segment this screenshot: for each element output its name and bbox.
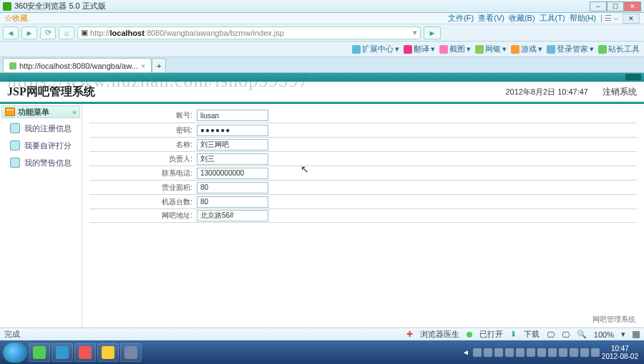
window-close2-button[interactable]: ✕: [623, 14, 640, 24]
nav-fwd-button[interactable]: ►: [21, 27, 37, 39]
taskbar-app[interactable]: [120, 343, 142, 362]
collapse-icon[interactable]: «: [72, 107, 77, 116]
tray-icon[interactable]: [527, 348, 535, 357]
form-label: 账号:: [89, 110, 197, 120]
sidebar-item-label: 我的警告信息: [24, 158, 72, 168]
main-panel: 账号: liusan 密码: ●●●●●● 名称: 刘三网吧 负责人: 刘三 联…: [82, 104, 644, 327]
browser-icon: [3, 2, 11, 11]
menu-tools[interactable]: 工具(T): [540, 13, 565, 24]
form-label: 营业面积:: [89, 183, 197, 193]
status-open: 已打开: [479, 329, 503, 340]
page-footnote: 网吧管理系统: [592, 315, 635, 325]
page-viewport: https://www.huzhan.com/ishop39397 JSP网吧管…: [0, 73, 644, 327]
tab-new-button[interactable]: +: [152, 58, 166, 72]
tool-game[interactable]: 游戏 ▾: [511, 44, 542, 54]
url-protocol: http://: [90, 29, 110, 37]
tray-icon[interactable]: [548, 348, 557, 357]
browser-tabstrip: http://localhost:8080/wangba/aw... × +: [0, 57, 644, 73]
taskbar-app[interactable]: [52, 343, 73, 362]
form-label: 名称:: [89, 140, 197, 150]
tray-icon[interactable]: [484, 348, 492, 357]
menu-help[interactable]: 帮助(H): [570, 13, 596, 24]
sidebar-item-selfrate[interactable]: 我要自评打分: [0, 137, 82, 154]
password-input[interactable]: ●●●●●●: [197, 125, 268, 136]
tray-icon[interactable]: [473, 348, 482, 357]
menu-bookmarks[interactable]: 收藏(B): [509, 13, 535, 24]
machines-input[interactable]: 80: [197, 196, 268, 208]
browser-title: 360安全浏览器 5.0 正式版: [14, 1, 590, 11]
tray-icon[interactable]: [570, 348, 578, 357]
header-datetime: 2012年8月2日 10:47:47: [505, 87, 588, 97]
nav-reload-button[interactable]: ⟳: [40, 27, 56, 39]
address-input[interactable]: ▣ http:// localhost :8080/wangba/awangba…: [77, 27, 421, 39]
form-row-machines: 机器台数: 80: [89, 194, 637, 209]
start-button[interactable]: [3, 343, 27, 363]
form-row-address: 网吧地址: 北京路56#: [89, 209, 637, 223]
tray-icon[interactable]: [559, 348, 567, 357]
menu-favorites[interactable]: ☆收藏: [4, 13, 28, 24]
tool-sitetools[interactable]: 站长工具: [598, 44, 640, 54]
sidebar-item-label: 我的注册信息: [24, 123, 72, 134]
page-title: JSP网吧管理系统: [7, 86, 95, 97]
tool-extcenter[interactable]: 扩展中心 ▾: [352, 44, 399, 54]
clock-time: 10:47: [602, 345, 638, 353]
status-pc-icon: 🖵: [547, 330, 555, 339]
tray-icon[interactable]: [580, 348, 589, 357]
logout-link[interactable]: 注销系统: [602, 86, 637, 98]
form-label: 负责人:: [89, 154, 197, 164]
sidebar-item-warnings[interactable]: 我的警告信息: [0, 154, 82, 171]
taskbar-app[interactable]: [74, 343, 96, 362]
window-close-button[interactable]: ✕: [624, 1, 641, 11]
nav-back-button[interactable]: ◄: [3, 27, 19, 39]
address-input-field[interactable]: 北京路56#: [197, 210, 268, 221]
browser-tab[interactable]: http://localhost:8080/wangba/aw... ×: [3, 58, 152, 72]
phone-input[interactable]: 13000000000: [197, 168, 268, 179]
status-zoom[interactable]: 100%: [594, 330, 614, 339]
tab-close-icon[interactable]: ×: [141, 62, 145, 70]
account-input[interactable]: liusan: [197, 110, 268, 121]
os-taskbar: ◄ 10:47 2012-08-02: [0, 340, 644, 364]
calendar-icon: [5, 107, 15, 116]
browser-menubar: ☆收藏 文件(F) 查看(V) 收藏(B) 工具(T) 帮助(H) | ☰ – …: [0, 13, 644, 24]
sidebar-header-title: 功能菜单: [18, 108, 49, 116]
name-input[interactable]: 刘三网吧: [197, 139, 268, 150]
taskbar-app[interactable]: [97, 343, 119, 362]
status-download[interactable]: 下载: [524, 329, 540, 340]
window-min-button[interactable]: –: [590, 1, 607, 11]
tool-bank[interactable]: 网银 ▾: [475, 44, 507, 54]
system-tray: ◄ 10:47 2012-08-02: [462, 345, 641, 360]
form-row-phone: 联系电话: 13000000000: [89, 166, 637, 180]
form-label: 机器台数:: [89, 197, 197, 207]
tray-icon[interactable]: [494, 348, 503, 357]
area-input[interactable]: 80: [197, 182, 268, 193]
form-row-account: 账号: liusan: [89, 108, 637, 123]
page-header: JSP网吧管理系统 2012年8月2日 10:47:47 注销系统: [0, 82, 644, 102]
status-doctor[interactable]: 浏览器医生: [420, 329, 459, 340]
form-label: 密码:: [89, 125, 197, 135]
owner-input[interactable]: 刘三: [197, 153, 268, 165]
tray-icon[interactable]: [537, 348, 546, 357]
taskbar-app[interactable]: [29, 343, 50, 362]
menu-view[interactable]: 查看(V): [478, 13, 504, 24]
tray-icon[interactable]: [516, 348, 525, 357]
form-row-owner: 负责人: 刘三: [89, 151, 637, 166]
banner-bar: [0, 73, 644, 82]
menu-file[interactable]: 文件(F): [448, 13, 474, 24]
sidebar-item-reginfo[interactable]: 我的注册信息: [0, 120, 82, 137]
taskbar-clock[interactable]: 10:47 2012-08-02: [602, 345, 638, 360]
list-icon: [10, 158, 20, 168]
list-icon: [10, 140, 20, 150]
window-max-button[interactable]: ☐: [607, 1, 624, 11]
sidebar: 功能菜单 « 我的注册信息 我要自评打分 我的警告信息: [0, 104, 82, 327]
sidebar-header: 功能菜单 «: [1, 105, 80, 118]
status-dot-icon: [467, 332, 472, 337]
tray-icon[interactable]: [591, 348, 600, 357]
tool-screenshot[interactable]: 截图 ▾: [439, 44, 471, 54]
tool-loginmgr[interactable]: 登录管家 ▾: [547, 44, 594, 54]
nav-home-button[interactable]: ⌂: [59, 27, 74, 39]
mute-icon[interactable]: [633, 331, 640, 338]
status-pc-icon2: 🖵: [562, 330, 570, 339]
tray-icon[interactable]: [505, 348, 514, 357]
tool-translate[interactable]: 翻译 ▾: [404, 44, 435, 54]
nav-go-button[interactable]: ►: [424, 27, 441, 39]
